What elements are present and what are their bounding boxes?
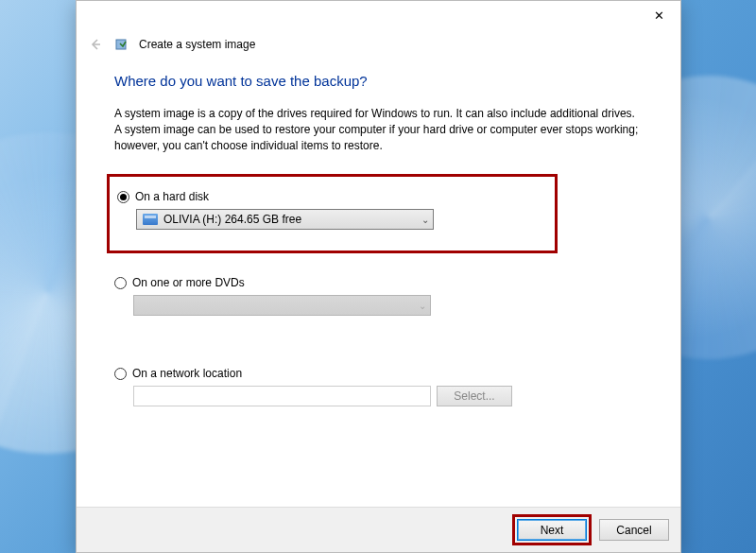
radio-dvds[interactable] — [114, 277, 127, 289]
option-harddisk[interactable]: On a hard disk — [117, 190, 543, 203]
dvds-combo: ⌄ — [133, 295, 431, 316]
app-icon — [114, 37, 129, 52]
close-icon: ✕ — [654, 9, 664, 23]
option-network[interactable]: On a network location — [114, 367, 643, 380]
chevron-down-icon: ⌄ — [421, 215, 429, 225]
page-heading: Where do you want to save the backup? — [114, 73, 643, 89]
radio-harddisk[interactable] — [117, 191, 129, 203]
network-input-row: Select... — [133, 386, 643, 406]
footer: Next Cancel — [77, 507, 680, 552]
page-description: A system image is a copy of the drives r… — [114, 106, 643, 153]
network-path-input[interactable] — [133, 386, 431, 406]
window-title: Create a system image — [139, 38, 255, 51]
radio-network[interactable] — [114, 368, 127, 380]
option-dvds-label: On one or more DVDs — [132, 276, 245, 289]
harddisk-highlight: On a hard disk OLIVIA (H:) 264.65 GB fre… — [107, 174, 558, 253]
option-network-label: On a network location — [132, 367, 242, 380]
network-select-button: Select... — [437, 386, 512, 406]
harddisk-combo[interactable]: OLIVIA (H:) 264.65 GB free ⌄ — [136, 209, 434, 230]
back-arrow-icon — [88, 37, 103, 52]
option-dvds-block: On one or more DVDs ⌄ — [114, 276, 643, 316]
harddisk-selected-value: OLIVIA (H:) 264.65 GB free — [163, 213, 301, 226]
option-harddisk-label: On a hard disk — [135, 190, 209, 203]
drive-icon — [143, 214, 158, 225]
content-area: Where do you want to save the backup? A … — [77, 54, 680, 406]
chevron-down-icon: ⌄ — [419, 301, 426, 311]
wizard-window: ✕ Create a system image Where do you wan… — [76, 0, 681, 553]
option-dvds[interactable]: On one or more DVDs — [114, 276, 643, 289]
option-network-block: On a network location Select... — [114, 367, 643, 406]
cancel-button[interactable]: Cancel — [599, 519, 669, 541]
next-highlight: Next — [512, 514, 592, 545]
next-button[interactable]: Next — [517, 519, 587, 541]
header-row: Create a system image — [77, 29, 680, 54]
back-button[interactable] — [86, 35, 105, 54]
titlebar: ✕ — [77, 1, 680, 29]
close-button[interactable]: ✕ — [638, 1, 680, 29]
